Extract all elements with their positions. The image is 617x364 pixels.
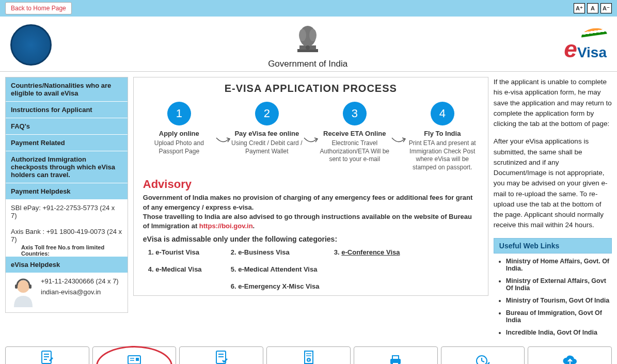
advisory-heading: Advisory [143, 178, 479, 191]
step-2-circle: 2 [255, 102, 279, 125]
useful-links-list: Ministry of Home Affairs, Govt. Of India… [494, 258, 612, 336]
svg-text:₹: ₹ [308, 359, 310, 362]
gov-of-india-text: Government of India [52, 59, 564, 69]
link-incredible-india[interactable]: Incredible India, Govt Of India [506, 329, 612, 336]
sidebar-item-payment-related[interactable]: Payment Related [6, 135, 128, 151]
tab-apply-here[interactable]: Apply here for e-visa [92, 346, 177, 365]
arrow-icon [215, 136, 231, 146]
content-row: Countries/Nationalities who are eligible… [0, 72, 617, 346]
emblem-block: Government of India [52, 21, 564, 69]
advisory-line2: Those travelling to India are also advis… [143, 213, 472, 230]
sidebar-item-payment-helpdesk[interactable]: Payment Helpdesk [6, 183, 128, 200]
step-2: 2 Pay eVisa fee online Using Credit / De… [231, 102, 303, 155]
sidebar-item-faqs[interactable]: FAQ's [6, 118, 128, 135]
right-info-1: If the applicant is unable to complete h… [494, 77, 612, 129]
svg-rect-28 [392, 356, 399, 359]
main-title: E-VISA APPLICATION PROCESS [143, 83, 479, 94]
step-2-desc: Using Credit / Debit card / Payment Wall… [231, 139, 303, 155]
sidebar-item-instructions[interactable]: Instructions for Applicant [6, 102, 128, 118]
sidebar-item-checkposts[interactable]: Authorized Immigration checkposts throug… [6, 151, 128, 183]
step-3-circle: 3 [343, 102, 367, 125]
tab-verify-payment[interactable]: ₹ Verify Payment/ Pay e-Visa Fee [266, 346, 351, 365]
step-1-circle: 1 [167, 102, 191, 125]
cat-2: 2. e-Business Visa [231, 248, 334, 256]
step-1-title: Apply online [143, 130, 215, 137]
step-1: 1 Apply online Upload Photo and Passport… [143, 102, 215, 155]
tab-sample-application[interactable]: Sample e-Visa Application [5, 346, 89, 365]
link-mot[interactable]: Ministry of Tourism, Govt Of India [506, 297, 612, 304]
step-4-desc: Print ETA and present at Immigration Che… [406, 139, 479, 171]
process-steps: 1 Apply online Upload Photo and Passport… [143, 102, 479, 171]
step-4-circle: 4 [431, 102, 454, 125]
svg-line-32 [482, 361, 484, 362]
step-4-title: Fly To India [406, 130, 479, 137]
sidebar-item-eligible[interactable]: Countries/Nationalities who are eligible… [6, 77, 128, 102]
useful-links-heading: Useful Web Links [494, 238, 612, 254]
svg-rect-29 [392, 362, 399, 365]
svg-point-3 [299, 29, 306, 41]
evisa-helpdesk-phone: +91-11-24300666 (24 x 7) [41, 277, 119, 285]
boi-link[interactable]: https://boi.gov.in [199, 222, 253, 230]
svg-point-5 [306, 45, 310, 50]
cat-3-label[interactable]: e-Conference Visa [341, 248, 400, 256]
link-mea[interactable]: Ministry of External Affairs, Govt Of In… [506, 277, 612, 292]
national-emblem-icon [292, 21, 323, 57]
document-check-icon [213, 350, 230, 365]
font-decrease-button[interactable]: A⁻ [600, 3, 612, 13]
svg-rect-8 [29, 284, 31, 289]
step-3: 3 Receive ETA Online Electronic Travel A… [319, 102, 391, 164]
font-size-controls: A⁺ A A⁻ [574, 3, 612, 13]
bureau-seal-icon [10, 24, 52, 66]
right-info-2: After your eVisa applications is submitt… [494, 136, 612, 230]
clock-check-icon [474, 354, 491, 365]
tab-print-application[interactable]: Print e-Visa Application [354, 346, 438, 365]
cloud-upload-icon [562, 354, 578, 365]
link-boi[interactable]: Bureau of Immigration, Govt Of India [506, 309, 612, 324]
sidebar: Countries/Nationalities who are eligible… [5, 77, 128, 313]
sidebar-item-evisa-helpdesk[interactable]: eVisa Helpdesk [6, 257, 128, 273]
cat-3-num: 3. [334, 248, 341, 256]
cat-1: 1. e-Tourist Visa [148, 248, 231, 256]
monitor-form-icon [126, 354, 143, 365]
arrow-icon [303, 136, 319, 146]
receipt-icon: ₹ [300, 350, 317, 365]
axis-note: Axis Toll free No.s from limited Countri… [6, 244, 128, 257]
step-4: 4 Fly To India Print ETA and present at … [406, 102, 479, 171]
top-bar: Back to Home Page A⁺ A A⁻ [0, 0, 617, 17]
categories-grid: 1. e-Tourist Visa 2. e-Business Visa 3. … [148, 248, 479, 290]
cat-3: 3. e-Conference Visa [334, 248, 427, 256]
font-normal-button[interactable]: A [587, 3, 598, 13]
printer-icon [387, 354, 404, 365]
advisory-line1: Government of India makes no provision o… [143, 194, 473, 211]
advisory-dot: . [253, 222, 255, 230]
svg-rect-7 [15, 284, 18, 289]
document-pencil-icon [39, 350, 55, 365]
tab-reupload-data[interactable]: Reupload Data [528, 346, 612, 365]
link-mha[interactable]: Ministry of Home Affairs, Govt. Of India… [506, 258, 612, 272]
cat-5: 5. e-Medical Attendent Visa [231, 265, 334, 273]
step-1-desc: Upload Photo and Passport Page [143, 139, 215, 155]
axis-phone: Axis Bank : +91 1800-419-0073 (24 x 7) [6, 224, 128, 244]
bottom-tabs: Sample e-Visa Application Apply here for… [0, 346, 617, 365]
svg-point-4 [309, 29, 317, 41]
font-increase-button[interactable]: A⁺ [574, 3, 585, 13]
evisa-logo: eVisa [564, 27, 607, 63]
helpdesk-contact: +91-11-24300666 (24 x 7) indian-evisa@go… [6, 273, 128, 312]
tab-check-status[interactable]: Check your Visa Status [441, 346, 525, 365]
support-person-icon [11, 277, 36, 308]
back-home-button[interactable]: Back to Home Page [5, 2, 72, 14]
tab-complete-partial[interactable]: Complete Partially Filled Application Fo… [179, 346, 263, 365]
step-3-desc: Electronic Travel Authorization/ETA Will… [319, 139, 391, 164]
evisa-helpdesk-email: indian-evisa@gov.in [41, 288, 119, 296]
step-2-title: Pay eVisa fee online [231, 130, 303, 137]
right-panel: If the applicant is unable to complete h… [494, 77, 612, 341]
sbi-phone: SBI ePay: +91-22-2753-5773 (24 x 7) [6, 200, 128, 224]
header: Government of India eVisa [0, 17, 617, 72]
arrow-icon [391, 136, 406, 146]
cat-4: 4. e-Medical Visa [148, 265, 231, 273]
advisory-text: Government of India makes no provision o… [143, 193, 479, 231]
categories-heading: eVisa is admissable only under the follo… [143, 235, 479, 243]
cat-6: 6. e-Emergency X-Misc Visa [231, 282, 334, 290]
step-3-title: Receive ETA Online [319, 130, 391, 137]
svg-rect-18 [136, 358, 139, 361]
